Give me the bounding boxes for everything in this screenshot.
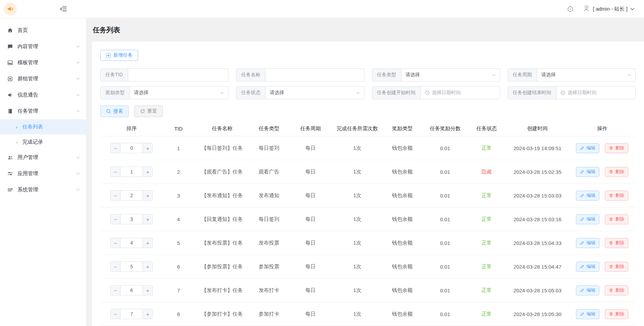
table-row: − + 7 【发布打卡】任务 发布打卡 每日 1次 钱包余额 0.01 正常 2… xyxy=(100,279,636,302)
increment-button[interactable]: + xyxy=(143,238,152,248)
decrement-button[interactable]: − xyxy=(111,238,121,248)
delete-button[interactable]: 删除 xyxy=(605,191,628,201)
increment-button[interactable]: + xyxy=(143,309,152,319)
chevron-down-icon xyxy=(76,94,80,96)
increment-button[interactable]: + xyxy=(143,285,152,295)
delete-button[interactable]: 删除 xyxy=(605,285,628,295)
pen-icon xyxy=(580,217,584,221)
add-task-button[interactable]: 新增任务 xyxy=(100,50,138,61)
task-status-select[interactable]: 请选择 xyxy=(265,87,364,99)
decrement-button[interactable]: − xyxy=(111,214,121,224)
edit-button[interactable]: 编辑 xyxy=(576,238,599,248)
sidebar-subitem-label: 任务列表 xyxy=(22,124,43,130)
sidebar-item-users[interactable]: 用户管理 xyxy=(0,149,86,166)
increment-button[interactable]: + xyxy=(143,167,152,177)
sidebar-item-template[interactable]: 模板管理 xyxy=(0,55,86,71)
edit-button[interactable]: 编辑 xyxy=(576,262,599,272)
fullscreen-target-icon[interactable] xyxy=(567,6,574,12)
decrement-button[interactable]: − xyxy=(111,262,121,271)
delete-button[interactable]: 删除 xyxy=(605,309,628,319)
increment-button[interactable]: + xyxy=(143,262,152,271)
cell-task-type: 发布投票 xyxy=(250,240,288,246)
delete-label: 删除 xyxy=(615,287,624,293)
reward-type-select[interactable]: 请选择 xyxy=(130,87,228,99)
sort-input[interactable] xyxy=(121,191,143,200)
sort-input[interactable] xyxy=(121,143,143,153)
sort-input[interactable] xyxy=(121,262,143,271)
sidebar-item-apps[interactable]: 应用管理 xyxy=(0,166,86,182)
decrement-button[interactable]: − xyxy=(111,191,121,200)
sidebar-item-notice[interactable]: 信息通告 xyxy=(0,87,86,103)
column-header: 排序 xyxy=(100,125,163,132)
sidebar-item-tasks[interactable]: 任务管理 xyxy=(0,103,86,119)
reset-button[interactable]: 重置 xyxy=(134,105,163,117)
delete-button[interactable]: 删除 xyxy=(605,238,628,248)
sort-input[interactable] xyxy=(121,214,143,224)
edit-button[interactable]: 编辑 xyxy=(576,143,599,153)
app-logo[interactable] xyxy=(0,2,21,15)
filter-task-status: 任务状态 请选择 xyxy=(236,86,364,99)
search-button[interactable]: 搜索 xyxy=(100,105,129,117)
sidebar-item-content[interactable]: 内容管理 xyxy=(0,38,86,55)
edit-button[interactable]: 编辑 xyxy=(576,191,599,201)
top-bar: [ admin - 站长 ] xyxy=(0,0,644,18)
sidebar-subitem-task-list[interactable]: 任务列表 xyxy=(0,119,86,134)
create-end-datepicker[interactable]: 选择日期时间 xyxy=(556,87,635,99)
chevron-down-icon xyxy=(76,172,80,175)
create-start-datepicker[interactable]: 选择日期时间 xyxy=(421,87,500,99)
increment-button[interactable]: + xyxy=(143,214,152,224)
users-icon xyxy=(7,155,13,160)
sort-input[interactable] xyxy=(121,309,143,319)
delete-button[interactable]: 删除 xyxy=(605,214,628,224)
decrement-button[interactable]: − xyxy=(111,285,121,295)
add-task-label: 新增任务 xyxy=(113,52,133,58)
task-name-input[interactable] xyxy=(270,72,360,78)
trash-icon xyxy=(609,288,613,292)
delete-button[interactable]: 删除 xyxy=(605,143,628,153)
reset-label: 重置 xyxy=(147,108,157,114)
sidebar-collapse-icon[interactable] xyxy=(60,6,67,12)
sidebar-item-home[interactable]: 首页 xyxy=(0,22,86,38)
sidebar-subitem-complete-records[interactable]: 完成记录 xyxy=(0,134,86,149)
delete-button[interactable]: 删除 xyxy=(605,262,628,272)
sidebar-item-system[interactable]: 系统管理 xyxy=(0,182,86,198)
decrement-button[interactable]: − xyxy=(111,143,121,153)
avatar xyxy=(583,5,590,13)
decrement-button[interactable]: − xyxy=(111,309,121,319)
filter-task-type: 任务类型 请选择 xyxy=(372,68,500,81)
column-header: 操作 xyxy=(569,125,636,132)
megaphone-logo-icon xyxy=(7,5,14,12)
pen-icon xyxy=(580,312,584,316)
cell-times: 1次 xyxy=(333,263,381,270)
decrement-button[interactable]: − xyxy=(111,167,121,177)
user-menu[interactable]: [ admin - 站长 ] xyxy=(583,5,634,13)
cell-created-time: 2024-03-28 15:02:35 xyxy=(506,169,569,175)
pen-icon xyxy=(580,288,584,292)
cell-score: 0.01 xyxy=(423,216,467,222)
edit-label: 编辑 xyxy=(586,263,595,270)
cell-created-time: 2024-03-19 14:09:51 xyxy=(506,145,569,151)
sort-stepper: − + xyxy=(110,285,153,295)
sort-input[interactable] xyxy=(121,167,143,177)
edit-button[interactable]: 编辑 xyxy=(576,285,599,295)
cell-task-type: 每日签到 xyxy=(250,145,288,151)
sort-input[interactable] xyxy=(121,238,143,248)
edit-label: 编辑 xyxy=(586,287,595,293)
chevron-down-icon xyxy=(630,8,634,10)
edit-button[interactable]: 编辑 xyxy=(576,309,599,319)
sort-input[interactable] xyxy=(121,285,143,295)
edit-button[interactable]: 编辑 xyxy=(576,214,599,224)
edit-button[interactable]: 编辑 xyxy=(576,167,599,177)
cell-times: 1次 xyxy=(333,311,381,317)
app-root: [ admin - 站长 ] 首页 内容管理 xyxy=(0,0,644,326)
sidebar-item-group[interactable]: 群组管理 xyxy=(0,71,86,87)
table-row: − + 1 【每日签到】任务 每日签到 每日 1次 钱包余额 0.01 正常 2… xyxy=(100,136,636,160)
task-tid-input[interactable] xyxy=(132,72,224,78)
increment-button[interactable]: + xyxy=(143,143,152,153)
increment-button[interactable]: + xyxy=(143,191,152,200)
sort-stepper: − + xyxy=(110,238,153,248)
task-cycle-select[interactable]: 请选择 xyxy=(537,69,635,81)
delete-label: 删除 xyxy=(615,311,624,317)
delete-button[interactable]: 删除 xyxy=(605,167,628,177)
task-type-select[interactable]: 请选择 xyxy=(402,69,500,81)
